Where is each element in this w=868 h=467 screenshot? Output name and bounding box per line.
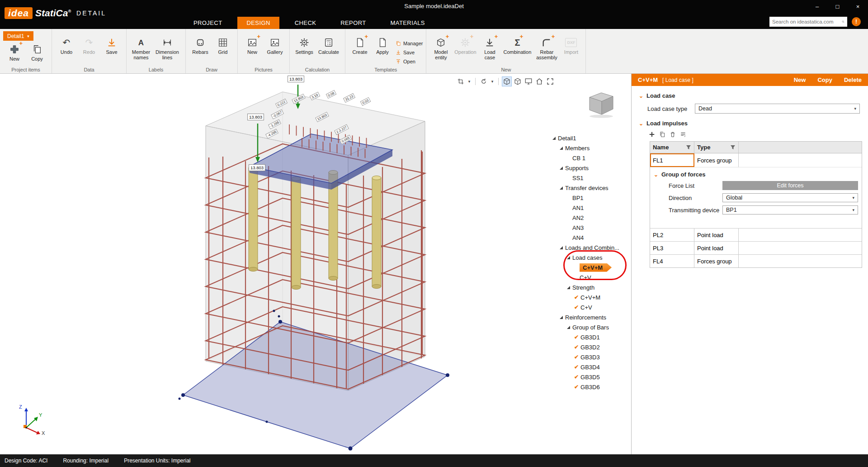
section-chevron-icon[interactable]: ▾ <box>490 76 495 86</box>
member-names-button[interactable]: Member names <box>130 35 152 61</box>
info-icon[interactable]: ! <box>852 17 861 26</box>
section-rotate-button[interactable] <box>479 76 489 86</box>
undo-button[interactable]: Undo <box>55 35 78 56</box>
tab-materials[interactable]: MATERIALS <box>382 17 434 29</box>
load-case-type-dropdown[interactable]: Dead ▾ <box>695 104 860 114</box>
tree-item-gb3d4[interactable]: GB3D4 <box>550 362 631 372</box>
tree-item-load-cases[interactable]: Load cases <box>550 253 631 262</box>
tree-item-gb3d1[interactable]: GB3D1 <box>550 332 631 342</box>
tree-item-loads-and-combinations[interactable]: Loads and Combin... <box>550 243 631 253</box>
tab-design[interactable]: DESIGN <box>237 17 279 29</box>
tree-item-strength-cvm[interactable]: C+V+M <box>550 292 631 302</box>
settings-button[interactable]: Settings <box>293 35 316 56</box>
direction-dropdown[interactable]: Global ▾ <box>722 193 858 202</box>
save-button[interactable]: Save <box>100 35 123 56</box>
checkbox-checked-icon[interactable] <box>574 384 579 390</box>
copy-load-case-button[interactable]: Copy <box>817 76 832 83</box>
tree-item-load-case-cv[interactable]: C+V <box>550 272 631 282</box>
tree-item-supports[interactable]: Supports <box>550 163 631 173</box>
checkbox-checked-icon[interactable] <box>574 294 579 300</box>
expander-icon[interactable] <box>567 326 570 329</box>
crop-chevron-icon[interactable]: ▾ <box>467 76 472 86</box>
grid-button[interactable]: Grid <box>212 35 234 56</box>
dimension-lines-button[interactable]: Dimension lines <box>152 35 182 61</box>
solid-view-button[interactable] <box>513 76 523 86</box>
delete-impulse-button[interactable] <box>670 131 676 138</box>
calculate-button[interactable]: Calculate <box>316 35 342 56</box>
template-save-button[interactable]: Save <box>396 48 423 56</box>
home-view-button[interactable] <box>534 76 544 86</box>
filter-icon[interactable] <box>686 145 691 150</box>
tree-item-gb3d5[interactable]: GB3D5 <box>550 372 631 382</box>
search-box[interactable] <box>769 17 847 27</box>
model-entity-button[interactable]: + Model entity <box>429 35 452 61</box>
tree-item-an3[interactable]: AN3 <box>550 223 631 233</box>
create-template-button[interactable]: + Create <box>349 35 371 56</box>
impulse-type-cell[interactable]: Forces group <box>694 255 739 267</box>
template-manager-button[interactable]: Manager <box>396 39 423 47</box>
impulse-list-button[interactable] <box>680 131 686 138</box>
expander-icon[interactable] <box>560 186 563 190</box>
tree-item-ss1[interactable]: SS1 <box>550 173 631 183</box>
load-impulses-section-header[interactable]: ⌄ Load impulses <box>639 120 868 127</box>
tab-report[interactable]: REPORT <box>331 17 375 29</box>
impulse-name-cell[interactable]: FL4 <box>650 255 694 267</box>
edit-forces-button[interactable]: Edit forces <box>722 181 858 190</box>
delete-load-case-button[interactable]: Delete <box>844 76 862 83</box>
impulse-name-cell[interactable]: FL1 <box>650 153 694 167</box>
tree-item-load-case-cvm-selected[interactable]: C+V+M <box>550 262 631 272</box>
close-button[interactable]: × <box>848 0 868 13</box>
tab-project[interactable]: PROJECT <box>184 17 231 29</box>
transmitting-device-dropdown[interactable]: BP1 ▾ <box>722 205 858 214</box>
tree-item-strength[interactable]: Strength <box>550 282 631 292</box>
add-impulse-button[interactable] <box>649 131 655 138</box>
table-row-pl3[interactable]: PL3 Point load <box>650 241 862 254</box>
apply-template-button[interactable]: Apply <box>371 35 394 56</box>
expander-icon[interactable] <box>567 256 570 259</box>
load-case-section-header[interactable]: ⌄ Load case <box>639 92 868 99</box>
impulse-type-cell[interactable]: Forces group <box>694 153 739 167</box>
tree-item-an4[interactable]: AN4 <box>550 233 631 243</box>
expander-icon[interactable] <box>552 137 556 140</box>
impulse-name-cell[interactable]: PL2 <box>650 229 694 241</box>
checkbox-checked-icon[interactable] <box>574 364 579 370</box>
checkbox-checked-icon[interactable] <box>574 354 579 360</box>
group-of-forces-header[interactable]: ⌄ Group of forces <box>654 171 858 178</box>
model-viewport[interactable]: ▾ ▾ 13.803 13.803 13.803 0.222 13.803 3.… <box>0 74 631 454</box>
presentation-button[interactable] <box>524 76 533 86</box>
tree-item-gb3d6[interactable]: GB3D6 <box>550 382 631 392</box>
checkbox-checked-icon[interactable] <box>574 344 579 350</box>
combination-button[interactable]: + Combination <box>501 35 533 56</box>
tree-item-gb3d3[interactable]: GB3D3 <box>550 352 631 362</box>
impulse-name-cell[interactable]: PL3 <box>650 242 694 254</box>
tree-item-gb3d2[interactable]: GB3D2 <box>550 342 631 352</box>
maximize-button[interactable]: □ <box>827 0 848 13</box>
view-cube[interactable] <box>581 89 619 118</box>
search-input[interactable] <box>772 19 842 24</box>
checkbox-checked-icon[interactable] <box>574 334 579 340</box>
tree-item-group-of-bars[interactable]: Group of Bars <box>550 322 631 332</box>
copy-impulse-button[interactable] <box>659 131 665 138</box>
tree-item-bp1[interactable]: BP1 <box>550 193 631 203</box>
table-row-pl2[interactable]: PL2 Point load <box>650 228 862 241</box>
crop-button[interactable] <box>456 76 466 86</box>
fullscreen-button[interactable] <box>545 76 555 86</box>
minimize-button[interactable]: – <box>807 0 827 13</box>
tree-item-cb1[interactable]: CB 1 <box>550 153 631 163</box>
axonometry-view-button[interactable] <box>502 76 512 86</box>
checkbox-checked-icon[interactable] <box>574 304 579 310</box>
tree-item-strength-cv[interactable]: C+V <box>550 302 631 312</box>
checkbox-checked-icon[interactable] <box>574 374 579 380</box>
tree-item-reinforcements[interactable]: Reinforcements <box>550 312 631 322</box>
tree-item-an2[interactable]: AN2 <box>550 213 631 223</box>
template-open-button[interactable]: Open <box>396 57 423 65</box>
new-project-item-button[interactable]: + New <box>3 42 26 62</box>
3d-model-canvas[interactable] <box>0 74 631 454</box>
filter-icon[interactable] <box>730 145 736 150</box>
tree-item-an1[interactable]: AN1 <box>550 203 631 213</box>
project-item-selector[interactable]: Detail1▾ <box>3 31 33 41</box>
expander-icon[interactable] <box>560 167 563 170</box>
load-case-button[interactable]: + Load case <box>478 35 501 61</box>
new-load-case-button[interactable]: New <box>794 76 806 83</box>
gallery-button[interactable]: Gallery <box>264 35 286 56</box>
